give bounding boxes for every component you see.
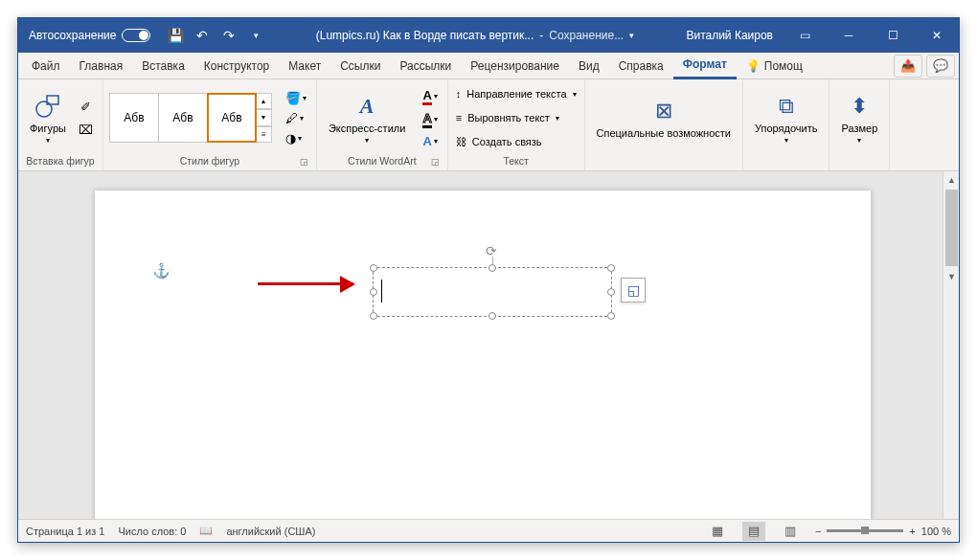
group-shape-styles: Абв Абв Абв ▴ ▾ ≡ 🪣▾ 🖊▾ ◑▾ Стили фигур◲	[103, 79, 317, 170]
tab-layout[interactable]: Макет	[279, 54, 330, 78]
page-count[interactable]: Страница 1 из 1	[26, 526, 104, 537]
tab-file[interactable]: Файл	[22, 54, 70, 78]
dialog-launcher-icon[interactable]: ◲	[430, 157, 442, 168]
style-more-icon[interactable]: ≡	[257, 126, 272, 143]
minimize-button[interactable]: ─	[827, 18, 871, 53]
accessibility-button[interactable]: ⊠ Специальные возможности	[591, 82, 737, 153]
titlebar: Автосохранение 💾 ↶ ↷ ▾ (Lumpics.ru) Как …	[18, 18, 959, 53]
scroll-down-icon[interactable]: ▼	[943, 268, 959, 284]
comments-button[interactable]: 💬	[926, 55, 955, 78]
share-button[interactable]: 📤	[894, 55, 922, 78]
resize-handle[interactable]	[488, 312, 496, 320]
style-down-icon[interactable]: ▾	[257, 109, 272, 125]
toggle-switch-icon	[122, 29, 150, 42]
shape-fill-button[interactable]: 🪣▾	[282, 89, 310, 107]
web-layout-button[interactable]: ▥	[779, 522, 802, 541]
document-title: (Lumpics.ru) Как в Ворде писать вертик..…	[316, 29, 534, 42]
text-outline-button[interactable]: A▾	[419, 109, 441, 130]
scrollbar-thumb[interactable]	[945, 190, 958, 266]
size-button[interactable]: ⬍ Размер ▾	[835, 82, 883, 153]
zoom-in-button[interactable]: +	[909, 526, 915, 537]
ribbon-options-icon[interactable]: ▭	[783, 18, 827, 53]
group-text: ↕Направление текста ▾ ≡Выровнять текст ▾…	[448, 79, 585, 170]
ribbon-tabs: Файл Главная Вставка Конструктор Макет С…	[18, 53, 959, 79]
link-icon: ⛓	[456, 136, 466, 147]
quick-access-toolbar: 💾 ↶ ↷ ▾	[158, 24, 273, 47]
layout-options-button[interactable]: ◱	[621, 278, 646, 302]
align-text-button[interactable]: ≡Выровнять текст ▾	[454, 107, 579, 128]
text-direction-button[interactable]: ↕Направление текста ▾	[454, 83, 579, 104]
dialog-launcher-icon[interactable]: ◲	[299, 157, 310, 168]
align-text-icon: ≡	[456, 112, 462, 123]
tab-mailings[interactable]: Рассылки	[390, 54, 461, 78]
resize-handle[interactable]	[370, 264, 377, 272]
shape-outline-button[interactable]: 🖊▾	[282, 109, 310, 127]
user-name[interactable]: Виталий Каиров	[676, 29, 783, 42]
page[interactable]: ⚓ ⟳ ◱	[95, 190, 871, 519]
resize-handle[interactable]	[607, 264, 615, 272]
group-size: ⬍ Размер ▾	[829, 79, 890, 170]
wordart-styles-button[interactable]: A Экспресс-стили ▾	[323, 82, 411, 153]
shape-style-3[interactable]: Абв	[207, 93, 257, 143]
text-box-shape[interactable]: ⟳ ◱	[373, 267, 612, 317]
shape-effects-button[interactable]: ◑▾	[282, 129, 310, 147]
tab-home[interactable]: Главная	[70, 54, 133, 78]
undo-icon[interactable]: ↶	[191, 24, 214, 47]
tab-view[interactable]: Вид	[569, 54, 609, 78]
resize-handle[interactable]	[370, 288, 377, 296]
effects-icon: ◑	[285, 131, 296, 146]
maximize-button[interactable]: ☐	[871, 18, 915, 53]
arrange-icon: ⧉	[771, 91, 802, 122]
close-button[interactable]: ✕	[915, 18, 959, 53]
resize-handle[interactable]	[370, 312, 377, 320]
edit-shape-icon[interactable]: ✐	[76, 96, 97, 117]
text-fill-button[interactable]: A▾	[419, 86, 441, 107]
print-layout-button[interactable]: ▤	[742, 522, 765, 541]
tab-review[interactable]: Рецензирование	[461, 54, 569, 78]
language-status[interactable]: английский (США)	[226, 526, 315, 537]
tab-references[interactable]: Ссылки	[330, 54, 390, 78]
save-icon[interactable]: 💾	[164, 24, 187, 47]
resize-handle[interactable]	[488, 264, 496, 272]
tab-format[interactable]: Формат	[673, 53, 737, 79]
zoom-level[interactable]: 100 %	[921, 526, 951, 537]
shape-style-2[interactable]: Абв	[158, 93, 208, 143]
word-window: Автосохранение 💾 ↶ ↷ ▾ (Lumpics.ru) Как …	[17, 17, 960, 543]
scroll-up-icon[interactable]: ▲	[943, 171, 959, 188]
vertical-scrollbar[interactable]: ▲ ▼	[943, 171, 959, 519]
zoom-slider[interactable]	[827, 529, 903, 532]
statusbar: Страница 1 из 1 Число слов: 0 📖 английск…	[18, 519, 959, 542]
autosave-label: Автосохранение	[29, 29, 116, 42]
group-arrange: ⧉ Упорядочить ▾	[743, 79, 829, 170]
redo-icon[interactable]: ↷	[217, 24, 240, 47]
anchor-icon: ⚓	[152, 262, 170, 280]
shapes-icon	[33, 91, 63, 122]
style-up-icon[interactable]: ▴	[257, 93, 272, 109]
search-help[interactable]: 💡Помощ	[737, 54, 812, 78]
shape-style-1[interactable]: Абв	[109, 93, 159, 143]
style-gallery-nav: ▴ ▾ ≡	[257, 93, 272, 143]
spellcheck-icon[interactable]: 📖	[199, 525, 213, 537]
create-link-button[interactable]: ⛓Создать связь	[454, 131, 579, 152]
tab-design[interactable]: Конструктор	[194, 54, 279, 78]
zoom-out-button[interactable]: −	[815, 526, 821, 537]
document-area[interactable]: ⚓ ⟳ ◱ ▲ ▼	[18, 171, 959, 519]
annotation-arrow	[258, 282, 353, 285]
resize-handle[interactable]	[607, 288, 615, 296]
accessibility-icon: ⊠	[648, 96, 679, 126]
autosave-toggle[interactable]: Автосохранение	[21, 29, 158, 42]
group-accessibility: ⊠ Специальные возможности	[585, 79, 743, 170]
tab-help[interactable]: Справка	[609, 54, 673, 78]
arrange-button[interactable]: ⧉ Упорядочить ▾	[749, 82, 823, 153]
shapes-button[interactable]: Фигуры ▾	[24, 82, 72, 153]
text-effects-button[interactable]: A▾	[419, 132, 441, 150]
text-box-icon[interactable]: ⌧	[76, 119, 97, 140]
saving-status: Сохранение...	[549, 29, 624, 42]
read-mode-button[interactable]: ▦	[706, 522, 729, 541]
text-cursor	[381, 280, 382, 302]
rotate-handle-icon[interactable]: ⟳	[486, 243, 499, 257]
tab-insert[interactable]: Вставка	[132, 54, 194, 78]
qat-dropdown-icon[interactable]: ▾	[244, 24, 267, 47]
word-count[interactable]: Число слов: 0	[118, 526, 186, 537]
resize-handle[interactable]	[607, 312, 615, 320]
